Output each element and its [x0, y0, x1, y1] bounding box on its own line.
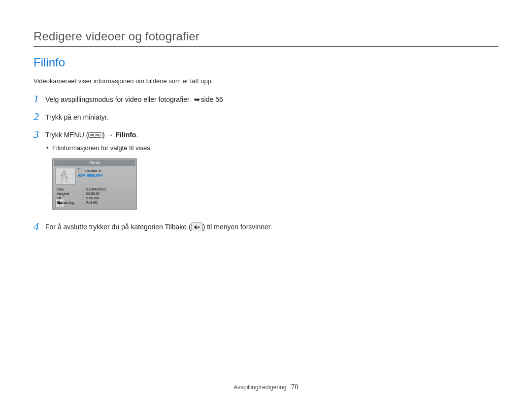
step-1: 1 Velg avspillingsmodus for video eller …: [33, 94, 309, 105]
step-text: Velg avspillingsmodus for video eller fo…: [45, 95, 193, 103]
step-2: 2 Trykk på en miniatyr.: [33, 112, 309, 123]
device-info-table: Dato:01/JAN/2012 Varighet:00:00:05 Str.:…: [57, 187, 133, 205]
chapter-title: Redigere videoer og fotografier: [33, 30, 499, 43]
step-body: Trykk på en miniatyr.: [45, 112, 109, 123]
step-text-pre: Trykk MENU (: [45, 131, 88, 139]
step-body: Velg avspillingsmodus for video eller fo…: [45, 94, 223, 105]
page-ref: side 56: [201, 95, 223, 103]
value-str: 9.56 MB: [86, 196, 99, 200]
step-number: 1: [33, 94, 45, 104]
back-arrow-icon: [194, 224, 200, 230]
video-thumbnail: [55, 168, 76, 185]
label-varighet: Varighet: [57, 191, 82, 196]
inline-back-button-icon: [191, 222, 203, 231]
page-ref-arrow-icon: ➥: [194, 95, 200, 103]
label-str: Str.: [57, 196, 82, 200]
step-text-suffix: .: [136, 131, 138, 139]
step-text-mid: ): [102, 131, 107, 139]
label-dato: Dato: [57, 187, 82, 191]
thumbnail-figure-icon: [56, 168, 75, 184]
arrow-right-icon: →: [107, 131, 114, 139]
value-dato: 01/JAN/2012: [86, 187, 106, 191]
steps-list: 1 Velg avspillingsmodus for video eller …: [33, 94, 309, 233]
intro-paragraph: Videokameraet viser informasjonen om bil…: [33, 77, 499, 85]
step-number: 2: [33, 111, 45, 122]
step-3-bullet: Filinformasjonen for valgte fil vises.: [52, 143, 152, 153]
step-text: Trykk på en miniatyr.: [45, 113, 109, 121]
step-text-pre: For å avslutte trykker du på kategorien …: [45, 223, 191, 231]
device-filename: HDV_0008.MP4: [78, 173, 134, 178]
step-body: For å avslutte trykker du på kategorien …: [45, 222, 272, 232]
title-divider: [33, 46, 499, 47]
menu-button-icon: MENU: [88, 132, 102, 138]
step-number: 3: [33, 129, 45, 140]
device-screenshot: Filinfo: [52, 158, 137, 210]
menu-target: Filinfo: [114, 131, 136, 139]
page-footer: Avspilling/redigering 70: [0, 383, 532, 391]
device-header: Filinfo: [54, 159, 135, 166]
step-3: 3 Trykk MENU (MENU) → Filinfo. Filinform…: [33, 130, 309, 215]
footer-section: Avspilling/redigering: [233, 384, 286, 391]
footer-page-number: 70: [291, 383, 299, 391]
section-title: Filinfo: [33, 56, 499, 69]
value-opplosning: Full HD: [86, 200, 98, 205]
folder-name: 100VIDEO: [85, 169, 101, 173]
step-number: 4: [33, 221, 45, 232]
folder-icon: [78, 169, 83, 173]
step-4: 4 For å avslutte trykker du på kategorie…: [33, 222, 309, 233]
step-body: Trykk MENU (MENU) → Filinfo. Filinformas…: [45, 130, 152, 215]
back-arrow-icon: [57, 200, 63, 205]
value-varighet: 00:00:05: [86, 191, 100, 196]
step-text-post: ) til menyen forsvinner.: [203, 223, 272, 231]
